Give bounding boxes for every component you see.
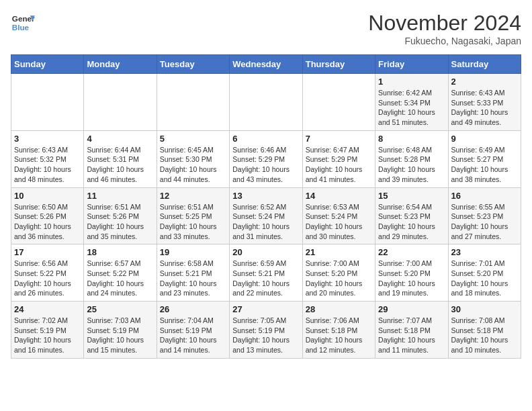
calendar-body: 1Sunrise: 6:42 AMSunset: 5:34 PMDaylight… [11,74,521,359]
day-info: Sunrise: 7:07 AMSunset: 5:18 PMDaylight:… [378,316,445,355]
calendar-day-cell: 5Sunrise: 6:45 AMSunset: 5:30 PMDaylight… [157,130,229,187]
calendar-day-cell [84,74,157,131]
svg-text:Blue: Blue [12,23,30,32]
day-number: 7 [306,134,372,144]
calendar-day-cell: 17Sunrise: 6:56 AMSunset: 5:22 PMDayligh… [11,244,84,302]
day-info: Sunrise: 6:44 AMSunset: 5:31 PMDaylight:… [87,145,153,185]
calendar-day-cell [302,74,375,131]
calendar-day-cell: 8Sunrise: 6:48 AMSunset: 5:28 PMDaylight… [375,130,448,187]
day-number: 21 [306,247,372,257]
day-info: Sunrise: 6:46 AMSunset: 5:29 PMDaylight:… [232,145,299,185]
day-info: Sunrise: 6:48 AMSunset: 5:28 PMDaylight:… [378,145,445,185]
day-of-week-header: Monday [84,55,157,74]
day-info: Sunrise: 6:49 AMSunset: 5:27 PMDaylight:… [451,145,518,185]
day-of-week-header: Tuesday [157,55,229,74]
day-info: Sunrise: 6:51 AMSunset: 5:25 PMDaylight:… [160,202,226,242]
calendar-day-cell: 19Sunrise: 6:58 AMSunset: 5:21 PMDayligh… [157,244,229,302]
day-info: Sunrise: 6:47 AMSunset: 5:29 PMDaylight:… [306,145,372,185]
calendar-day-cell: 12Sunrise: 6:51 AMSunset: 5:25 PMDayligh… [157,187,229,244]
calendar-day-cell: 18Sunrise: 6:57 AMSunset: 5:22 PMDayligh… [84,244,157,302]
calendar-day-cell: 22Sunrise: 7:00 AMSunset: 5:20 PMDayligh… [375,244,448,302]
day-number: 28 [306,304,372,314]
day-number: 3 [14,134,81,144]
day-info: Sunrise: 6:50 AMSunset: 5:26 PMDaylight:… [14,202,81,242]
day-info: Sunrise: 6:53 AMSunset: 5:24 PMDaylight:… [306,202,372,242]
calendar-week-row: 17Sunrise: 6:56 AMSunset: 5:22 PMDayligh… [11,244,521,302]
day-info: Sunrise: 7:01 AMSunset: 5:20 PMDaylight:… [451,259,518,298]
calendar-day-cell [230,74,302,131]
day-number: 5 [160,134,226,144]
calendar-day-cell: 15Sunrise: 6:54 AMSunset: 5:23 PMDayligh… [375,187,448,244]
day-info: Sunrise: 7:00 AMSunset: 5:20 PMDaylight:… [306,259,372,298]
day-number: 1 [378,77,445,87]
day-number: 20 [232,247,299,257]
day-info: Sunrise: 7:08 AMSunset: 5:18 PMDaylight:… [451,316,518,355]
day-of-week-header: Thursday [302,55,375,74]
calendar-day-cell: 29Sunrise: 7:07 AMSunset: 5:18 PMDayligh… [375,302,448,359]
calendar-day-cell: 23Sunrise: 7:01 AMSunset: 5:20 PMDayligh… [448,244,521,302]
calendar-week-row: 10Sunrise: 6:50 AMSunset: 5:26 PMDayligh… [11,187,521,244]
logo-icon: General Blue [11,11,35,35]
calendar-day-cell: 28Sunrise: 7:06 AMSunset: 5:18 PMDayligh… [302,302,375,359]
day-number: 27 [232,304,299,314]
calendar-header: SundayMondayTuesdayWednesdayThursdayFrid… [11,55,521,74]
day-number: 4 [87,134,153,144]
calendar-day-cell: 9Sunrise: 6:49 AMSunset: 5:27 PMDaylight… [448,130,521,187]
day-number: 18 [87,247,153,257]
calendar-day-cell: 16Sunrise: 6:55 AMSunset: 5:23 PMDayligh… [448,187,521,244]
day-info: Sunrise: 7:05 AMSunset: 5:19 PMDaylight:… [232,316,299,355]
day-number: 8 [378,134,445,144]
calendar-week-row: 1Sunrise: 6:42 AMSunset: 5:34 PMDaylight… [11,74,521,131]
day-info: Sunrise: 6:59 AMSunset: 5:21 PMDaylight:… [232,259,299,298]
calendar-day-cell: 3Sunrise: 6:43 AMSunset: 5:32 PMDaylight… [11,130,84,187]
day-info: Sunrise: 6:55 AMSunset: 5:23 PMDaylight:… [451,202,518,242]
calendar-day-cell [11,74,84,131]
calendar-day-cell: 20Sunrise: 6:59 AMSunset: 5:21 PMDayligh… [230,244,302,302]
day-number: 19 [160,247,226,257]
day-number: 10 [14,191,81,201]
day-info: Sunrise: 6:42 AMSunset: 5:34 PMDaylight:… [378,88,445,128]
location-subtitle: Fukuecho, Nagasaki, Japan [368,36,521,46]
day-number: 22 [378,247,445,257]
day-info: Sunrise: 7:00 AMSunset: 5:20 PMDaylight:… [378,259,445,298]
logo: General Blue [11,11,35,35]
day-of-week-header: Sunday [11,55,84,74]
day-info: Sunrise: 6:52 AMSunset: 5:24 PMDaylight:… [232,202,299,242]
day-number: 12 [160,191,226,201]
calendar-day-cell: 10Sunrise: 6:50 AMSunset: 5:26 PMDayligh… [11,187,84,244]
day-info: Sunrise: 6:51 AMSunset: 5:26 PMDaylight:… [87,202,153,242]
day-number: 26 [160,304,226,314]
calendar-day-cell [157,74,229,131]
calendar-week-row: 24Sunrise: 7:02 AMSunset: 5:19 PMDayligh… [11,302,521,359]
calendar-day-cell: 2Sunrise: 6:43 AMSunset: 5:33 PMDaylight… [448,74,521,131]
calendar-day-cell: 25Sunrise: 7:03 AMSunset: 5:19 PMDayligh… [84,302,157,359]
day-number: 23 [451,247,518,257]
day-number: 13 [232,191,299,201]
day-number: 29 [378,304,445,314]
day-number: 9 [451,134,518,144]
day-info: Sunrise: 6:43 AMSunset: 5:32 PMDaylight:… [14,145,81,185]
day-info: Sunrise: 6:57 AMSunset: 5:22 PMDaylight:… [87,259,153,298]
svg-text:General: General [12,14,35,23]
day-number: 14 [306,191,372,201]
day-info: Sunrise: 7:06 AMSunset: 5:18 PMDaylight:… [306,316,372,355]
calendar-day-cell: 30Sunrise: 7:08 AMSunset: 5:18 PMDayligh… [448,302,521,359]
day-info: Sunrise: 6:56 AMSunset: 5:22 PMDaylight:… [14,259,81,298]
title-block: November 2024 Fukuecho, Nagasaki, Japan [368,11,521,46]
day-of-week-header: Wednesday [230,55,302,74]
day-of-week-header: Saturday [448,55,521,74]
day-number: 6 [232,134,299,144]
calendar-day-cell: 7Sunrise: 6:47 AMSunset: 5:29 PMDaylight… [302,130,375,187]
calendar-table: SundayMondayTuesdayWednesdayThursdayFrid… [11,54,521,359]
day-number: 24 [14,304,81,314]
calendar-week-row: 3Sunrise: 6:43 AMSunset: 5:32 PMDaylight… [11,130,521,187]
day-info: Sunrise: 6:54 AMSunset: 5:23 PMDaylight:… [378,202,445,242]
day-of-week-header: Friday [375,55,448,74]
calendar-day-cell: 1Sunrise: 6:42 AMSunset: 5:34 PMDaylight… [375,74,448,131]
calendar-day-cell: 4Sunrise: 6:44 AMSunset: 5:31 PMDaylight… [84,130,157,187]
day-info: Sunrise: 6:58 AMSunset: 5:21 PMDaylight:… [160,259,226,298]
calendar-day-cell: 6Sunrise: 6:46 AMSunset: 5:29 PMDaylight… [230,130,302,187]
day-number: 30 [451,304,518,314]
day-number: 25 [87,304,153,314]
day-info: Sunrise: 7:04 AMSunset: 5:19 PMDaylight:… [160,316,226,355]
